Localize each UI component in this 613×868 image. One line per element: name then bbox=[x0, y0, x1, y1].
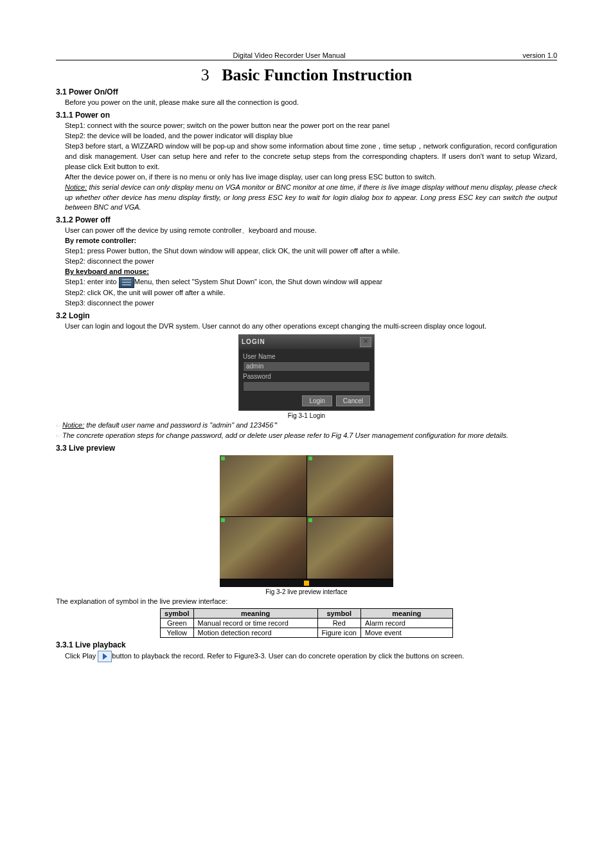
hand-icon: ☞ bbox=[56, 422, 61, 430]
text-step3: Step3 before start, a WIZZARD window wil… bbox=[65, 141, 557, 172]
cell: Move event bbox=[360, 628, 452, 637]
chapter-number: 3 bbox=[201, 66, 209, 84]
cell: Alarm record bbox=[360, 618, 452, 628]
header-center: Digital Video Recorder User Manual bbox=[233, 51, 345, 59]
th-symbol-2: symbol bbox=[317, 608, 360, 618]
text-step1: Step1: connect with the source power; sw… bbox=[65, 121, 557, 131]
preview-toolbar bbox=[220, 579, 393, 587]
preview-cell bbox=[220, 455, 306, 517]
table-row: Green Manual record or time record Red A… bbox=[161, 618, 453, 628]
fig-3-2-caption: Fig 3-2 live preview interface bbox=[56, 588, 557, 595]
text-312-intro: User can power off the device by using r… bbox=[65, 226, 557, 236]
live-preview-image bbox=[220, 455, 393, 587]
cell: Manual record or time record bbox=[193, 618, 317, 628]
menu-icon bbox=[119, 277, 134, 288]
fig-3-1-caption: Fig 3-1 Login bbox=[56, 412, 557, 419]
table-row: Yellow Motion detection record Figure ic… bbox=[161, 628, 453, 637]
notice-change-pass: ☞The concrete operation steps for change… bbox=[56, 431, 557, 441]
km-step3: Step3: disconnect the power bbox=[65, 298, 557, 309]
text-3-1-intro: Before you power on the unit, please mak… bbox=[65, 98, 557, 108]
text-step2: Step2: the device will be loaded, and th… bbox=[65, 131, 557, 141]
km-step1-b: Menu, then select "System Shut Down" ico… bbox=[134, 278, 382, 285]
section-3-3-1: 3.3.1 Live playback bbox=[56, 640, 557, 649]
user-name-input[interactable] bbox=[243, 361, 370, 372]
preview-cell bbox=[307, 455, 394, 517]
notice2-label: Notice: bbox=[62, 421, 84, 429]
notice-label: Notice: bbox=[65, 183, 87, 191]
playback-b: button to playback the record. Refer to … bbox=[112, 652, 464, 660]
chapter-title: 3 Basic Function Instruction bbox=[56, 66, 557, 85]
section-3-3: 3.3 Live preview bbox=[56, 444, 557, 453]
km-heading: By keyboard and mouse: bbox=[65, 267, 557, 277]
text-32-intro: User can login and logout the DVR system… bbox=[65, 321, 557, 332]
login-title: LOGIN bbox=[242, 338, 265, 345]
cancel-button[interactable]: Cancel bbox=[336, 395, 370, 406]
login-dialog: LOGIN ✕ User Name Password Login Cancel bbox=[238, 334, 375, 411]
play-icon bbox=[98, 651, 112, 662]
text-after: After the device power on, if there is n… bbox=[65, 172, 557, 183]
page-header: Digital Video Recorder User Manual versi… bbox=[56, 51, 557, 60]
remote-step1: Step1: press Power button, the Shut down… bbox=[65, 246, 557, 257]
notice-default-creds: ☞Notice: the default user name and passw… bbox=[56, 420, 557, 431]
notice-text: this serial device can only display menu… bbox=[65, 183, 557, 212]
remote-heading: By remote controller: bbox=[65, 236, 557, 246]
notice2-text: the default user name and password is "a… bbox=[84, 421, 277, 429]
section-3-2: 3.2 Login bbox=[56, 311, 557, 320]
th-symbol-1: symbol bbox=[161, 608, 194, 618]
login-titlebar: LOGIN ✕ bbox=[239, 335, 374, 349]
login-button[interactable]: Login bbox=[302, 395, 332, 406]
section-3-1-2: 3.1.2 Power off bbox=[56, 215, 557, 224]
password-input[interactable] bbox=[243, 381, 370, 392]
cell: Motion detection record bbox=[193, 628, 317, 637]
section-3-1: 3.1 Power On/Off bbox=[56, 87, 557, 96]
password-label: Password bbox=[243, 373, 370, 380]
th-meaning-2: meaning bbox=[360, 608, 452, 618]
cell: Figure icon bbox=[317, 628, 360, 637]
preview-cell bbox=[220, 517, 306, 579]
page-number: 11 bbox=[556, 687, 564, 688]
notice-311: Notice: this serial device can only disp… bbox=[65, 183, 557, 213]
close-icon[interactable]: ✕ bbox=[360, 337, 371, 347]
km-step2: Step2: click OK, the unit will power off… bbox=[65, 288, 557, 298]
live-playback-text: Click Play button to playback the record… bbox=[65, 651, 557, 662]
cell: Yellow bbox=[161, 628, 194, 637]
th-meaning-1: meaning bbox=[193, 608, 317, 618]
playback-a: Click Play bbox=[65, 652, 98, 660]
preview-cell bbox=[307, 517, 394, 579]
cell: Red bbox=[317, 618, 360, 628]
header-right: version 1.0 bbox=[522, 51, 557, 59]
notice3-text: The concrete operation steps for change … bbox=[62, 431, 508, 439]
chapter-name: Basic Function Instruction bbox=[222, 66, 412, 84]
km-step1: Step1: enter into Menu, then select "Sys… bbox=[65, 277, 557, 288]
section-3-1-1: 3.1.1 Power on bbox=[56, 111, 557, 120]
user-name-label: User Name bbox=[243, 353, 370, 360]
symbol-table: symbol meaning symbol meaning Green Manu… bbox=[160, 608, 453, 638]
km-step1-a: Step1: enter into bbox=[65, 278, 119, 285]
remote-step2: Step2: disconnect the power bbox=[65, 257, 557, 267]
cell: Green bbox=[161, 618, 194, 628]
table-intro: The explanation of symbol in the live pr… bbox=[56, 597, 557, 607]
hand-icon: ☞ bbox=[56, 432, 61, 440]
